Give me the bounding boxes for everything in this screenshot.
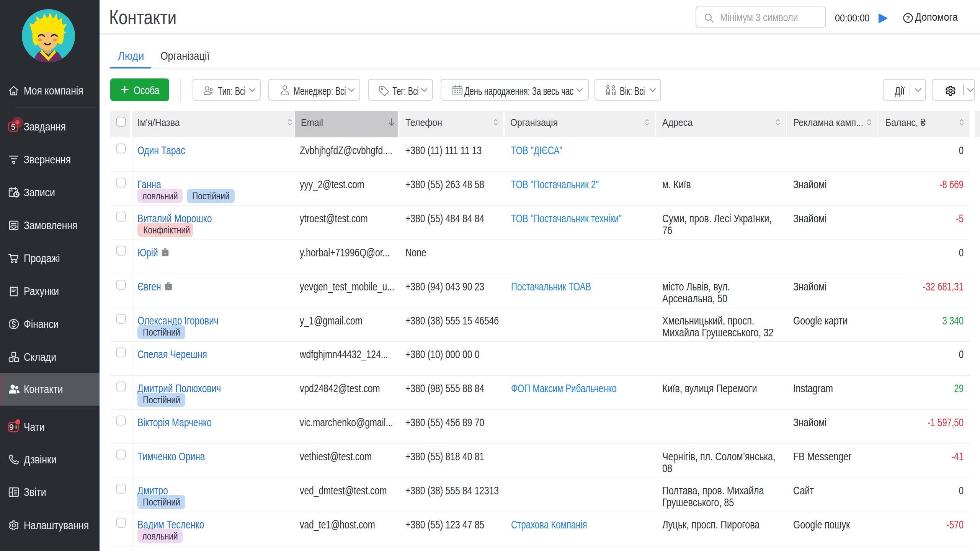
svg-text:?: ? <box>906 15 910 21</box>
